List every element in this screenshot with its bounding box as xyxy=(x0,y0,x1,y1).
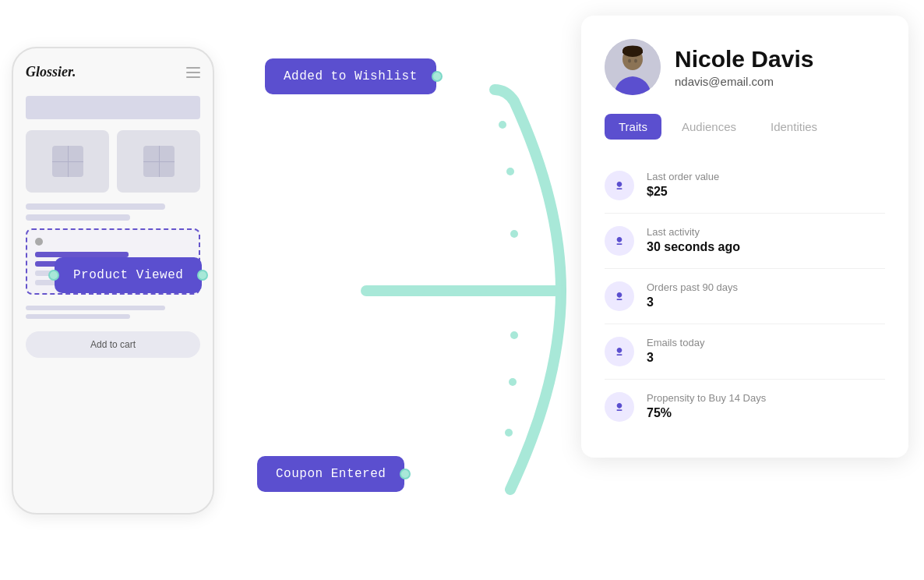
trait-value-emails: 3 xyxy=(647,351,704,365)
phone-text-line xyxy=(26,203,165,210)
svg-point-0 xyxy=(386,287,393,295)
svg-point-9 xyxy=(505,429,513,437)
svg-point-1 xyxy=(417,287,425,295)
phone-footer-line xyxy=(26,314,130,319)
phone-selected-dot xyxy=(35,238,43,246)
avatar xyxy=(605,39,661,95)
trait-content-emails: Emails today 3 xyxy=(647,337,704,365)
svg-point-4 xyxy=(510,230,518,238)
coupon-label: Coupon Entered xyxy=(276,467,386,481)
profile-card: Nicole Davis ndavis@email.com Traits Aud… xyxy=(581,16,908,458)
profile-name: Nicole Davis xyxy=(675,46,813,72)
trait-icon-activity xyxy=(605,226,634,256)
wishlist-bubble: Added to Wishlist xyxy=(265,58,436,94)
trait-label-orders90: Orders past 90 days xyxy=(647,281,738,293)
trait-content-orders90: Orders past 90 days 3 xyxy=(647,281,738,309)
trait-value-orders90: 3 xyxy=(647,295,738,309)
phone-product-card-2 xyxy=(117,130,200,193)
phone-header: Glossier. xyxy=(26,64,200,80)
svg-point-13 xyxy=(628,59,631,63)
add-to-cart-button[interactable]: Add to cart xyxy=(26,331,200,358)
tab-audiences[interactable]: Audiences xyxy=(668,114,750,140)
svg-point-14 xyxy=(634,59,637,63)
svg-point-2 xyxy=(448,287,456,295)
tab-traits[interactable]: Traits xyxy=(605,114,661,140)
trait-last-activity: Last activity 30 seconds ago xyxy=(605,214,885,269)
phone-product-img-1 xyxy=(52,146,83,177)
phone-banner xyxy=(26,96,200,119)
profile-email: ndavis@email.com xyxy=(675,75,813,88)
trait-value-propensity: 75% xyxy=(647,406,766,420)
coupon-bubble: Coupon Entered xyxy=(257,456,404,492)
trait-icon-order xyxy=(605,171,634,200)
product-viewed-bubble: Product Viewed xyxy=(55,257,202,293)
svg-point-6 xyxy=(499,121,506,129)
trait-icon-propensity xyxy=(605,392,634,422)
trait-label-propensity: Propensity to Buy 14 Days xyxy=(647,392,766,404)
product-label: Product Viewed xyxy=(73,268,183,282)
phone-selected-line xyxy=(35,252,129,257)
trait-content-propensity: Propensity to Buy 14 Days 75% xyxy=(647,392,766,420)
phone-text-line xyxy=(26,214,130,221)
profile-tabs: Traits Audiences Identities xyxy=(605,114,885,140)
phone-logo: Glossier. xyxy=(26,64,76,80)
trait-orders-90: Orders past 90 days 3 xyxy=(605,269,885,324)
trait-propensity: Propensity to Buy 14 Days 75% xyxy=(605,380,885,434)
svg-point-8 xyxy=(509,378,517,386)
phone-product-card-1 xyxy=(26,130,109,193)
hamburger-icon xyxy=(186,67,200,78)
avatar-illustration xyxy=(605,39,661,95)
product-connector-dot-left xyxy=(48,270,59,281)
trait-icon-emails xyxy=(605,337,634,366)
phone-footer-line xyxy=(26,306,165,310)
trait-value-order: $25 xyxy=(647,185,719,199)
trait-last-order-value: Last order value $25 xyxy=(605,158,885,214)
product-connector-dot xyxy=(197,270,208,281)
trait-label-activity: Last activity xyxy=(647,226,740,238)
tab-identities[interactable]: Identities xyxy=(756,114,831,140)
trait-icon-orders90 xyxy=(605,281,634,311)
trait-content-order: Last order value $25 xyxy=(647,171,719,199)
svg-point-3 xyxy=(479,287,487,295)
coupon-connector-dot xyxy=(400,469,411,479)
trait-value-activity: 30 seconds ago xyxy=(647,240,740,254)
wishlist-label: Added to Wishlist xyxy=(284,69,418,83)
trait-emails-today: Emails today 3 xyxy=(605,324,885,380)
trait-label-emails: Emails today xyxy=(647,337,704,348)
phone-text-lines xyxy=(26,203,200,221)
phone-footer-lines xyxy=(26,306,200,319)
svg-point-5 xyxy=(506,168,514,175)
trait-label-order: Last order value xyxy=(647,171,719,182)
trait-content-activity: Last activity 30 seconds ago xyxy=(647,226,740,254)
svg-point-7 xyxy=(510,331,518,339)
profile-info: Nicole Davis ndavis@email.com xyxy=(675,46,813,88)
wishlist-connector-dot xyxy=(432,71,443,82)
phone-product-row xyxy=(26,130,200,193)
profile-header: Nicole Davis ndavis@email.com xyxy=(605,39,885,95)
phone-product-img-2 xyxy=(143,146,175,177)
